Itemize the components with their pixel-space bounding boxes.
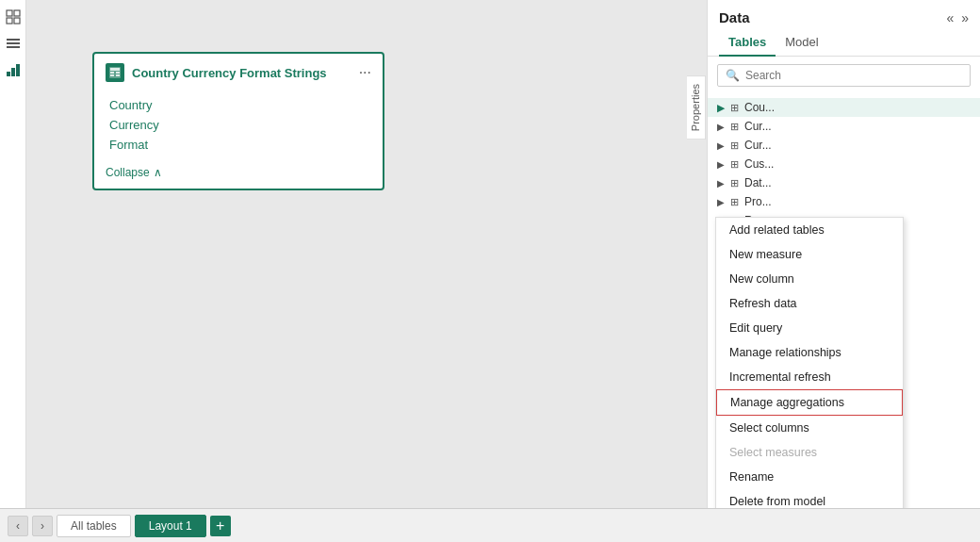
tab-tables[interactable]: Tables bbox=[719, 29, 776, 57]
expand-arrow: ▶ bbox=[717, 103, 725, 113]
collapse-right-icon[interactable]: » bbox=[961, 10, 969, 25]
svg-rect-14 bbox=[110, 74, 114, 76]
svg-rect-1 bbox=[14, 10, 20, 16]
table-list-item-0[interactable]: ▶ ⊞ Cou... bbox=[708, 98, 980, 117]
collapse-chevron-icon: ∧ bbox=[154, 166, 162, 179]
app-container: Country Currency Format Strings ··· Coun… bbox=[0, 0, 980, 542]
table-list: ▶ ⊞ Cou... ▶ ⊞ Cur... ▶ ⊞ Cur... ▶ ⊞ bbox=[708, 94, 980, 508]
menu-item-new-measure[interactable]: New measure bbox=[716, 242, 903, 267]
svg-rect-13 bbox=[116, 72, 120, 74]
search-icon: 🔍 bbox=[726, 69, 740, 82]
panel-header: Data « » bbox=[708, 0, 980, 25]
table-name: Cur... bbox=[744, 120, 772, 133]
menu-item-manage-relationships[interactable]: Manage relationships bbox=[716, 340, 903, 365]
expand-arrow: ▶ bbox=[717, 159, 725, 170]
menu-item-edit-query[interactable]: Edit query bbox=[716, 316, 903, 340]
menu-item-new-column[interactable]: New column bbox=[716, 267, 903, 291]
panel-collapse-buttons: « » bbox=[946, 10, 969, 25]
collapse-left-icon[interactable]: « bbox=[946, 10, 954, 25]
grid-icon: ⊞ bbox=[730, 196, 739, 208]
svg-rect-2 bbox=[7, 18, 12, 24]
expand-arrow: ▶ bbox=[717, 197, 725, 207]
tab-layout-1[interactable]: Layout 1 bbox=[135, 515, 206, 537]
svg-rect-5 bbox=[7, 42, 20, 44]
menu-item-delete-from-model[interactable]: Delete from model bbox=[716, 489, 903, 508]
collapse-button[interactable]: Collapse ∧ bbox=[106, 166, 371, 179]
svg-rect-7 bbox=[7, 72, 10, 76]
expand-arrow: ▶ bbox=[717, 140, 725, 151]
icon-bar bbox=[0, 0, 26, 508]
icon-bar-item-1[interactable] bbox=[4, 8, 23, 26]
table-card-fields: Country Currency Format bbox=[94, 91, 383, 162]
table-name: Cus... bbox=[744, 157, 774, 171]
menu-item-add-related-tables[interactable]: Add related tables bbox=[716, 218, 903, 242]
svg-rect-9 bbox=[16, 64, 20, 76]
context-menu: Add related tables New measure New colum… bbox=[715, 217, 904, 508]
table-list-item-2[interactable]: ▶ ⊞ Cur... bbox=[708, 136, 980, 155]
table-card-title: Country Currency Format Strings bbox=[132, 66, 351, 80]
svg-rect-8 bbox=[11, 68, 15, 76]
table-list-item-1[interactable]: ▶ ⊞ Cur... bbox=[708, 117, 980, 136]
canvas-area: Country Currency Format Strings ··· Coun… bbox=[26, 0, 707, 508]
table-card-icon bbox=[106, 63, 124, 82]
search-box: 🔍 bbox=[717, 64, 971, 87]
table-list-item-4[interactable]: ▶ ⊞ Dat... bbox=[708, 173, 980, 192]
properties-tab[interactable]: Properties bbox=[687, 75, 706, 140]
svg-rect-12 bbox=[110, 72, 114, 74]
expand-arrow: ▶ bbox=[717, 122, 725, 132]
icon-bar-item-3[interactable] bbox=[4, 60, 23, 79]
grid-icon: ⊞ bbox=[730, 102, 739, 114]
grid-icon: ⊞ bbox=[730, 158, 739, 171]
field-format: Format bbox=[109, 135, 368, 155]
menu-item-select-columns[interactable]: Select columns bbox=[716, 416, 903, 440]
table-card-header: Country Currency Format Strings ··· bbox=[94, 54, 383, 91]
table-name: Cou... bbox=[744, 101, 775, 114]
table-card: Country Currency Format Strings ··· Coun… bbox=[92, 52, 384, 190]
nav-next-button[interactable]: › bbox=[32, 516, 53, 536]
grid-icon: ⊞ bbox=[730, 121, 739, 133]
panel-title: Data bbox=[719, 9, 750, 25]
table-list-item-3[interactable]: ▶ ⊞ Cus... bbox=[708, 155, 980, 173]
right-panel: Properties Data « » Tables Model 🔍 ▶ bbox=[707, 0, 980, 508]
table-card-menu-button[interactable]: ··· bbox=[359, 64, 371, 81]
grid-icon: ⊞ bbox=[730, 140, 739, 152]
menu-item-manage-aggregations[interactable]: Manage aggregations bbox=[716, 389, 903, 416]
nav-prev-button[interactable]: ‹ bbox=[8, 516, 28, 536]
field-currency: Currency bbox=[109, 115, 368, 135]
tab-model[interactable]: Model bbox=[776, 29, 827, 57]
table-card-footer: Collapse ∧ bbox=[94, 162, 383, 189]
table-name: Dat... bbox=[744, 176, 772, 189]
table-name: Pro... bbox=[744, 195, 772, 208]
tab-all-tables[interactable]: All tables bbox=[57, 515, 131, 537]
grid-icon: ⊞ bbox=[730, 177, 739, 189]
collapse-label: Collapse bbox=[106, 166, 150, 179]
svg-rect-6 bbox=[7, 46, 20, 48]
panel-tabs: Tables Model bbox=[708, 29, 980, 57]
menu-item-incremental-refresh[interactable]: Incremental refresh bbox=[716, 365, 903, 389]
table-list-item-5[interactable]: ▶ ⊞ Pro... bbox=[708, 192, 980, 211]
svg-rect-11 bbox=[110, 68, 120, 71]
bottom-bar: ‹ › All tables Layout 1 + bbox=[0, 508, 980, 542]
menu-item-rename[interactable]: Rename bbox=[716, 465, 903, 489]
expand-arrow: ▶ bbox=[717, 178, 725, 189]
icon-bar-item-2[interactable] bbox=[4, 34, 23, 53]
svg-rect-3 bbox=[14, 18, 20, 24]
svg-rect-0 bbox=[7, 10, 12, 16]
add-tab-button[interactable]: + bbox=[210, 516, 231, 536]
table-name: Cur... bbox=[744, 139, 772, 152]
svg-rect-15 bbox=[116, 74, 120, 76]
top-area: Country Currency Format Strings ··· Coun… bbox=[0, 0, 980, 508]
menu-item-refresh-data[interactable]: Refresh data bbox=[716, 291, 903, 316]
svg-rect-4 bbox=[7, 39, 20, 41]
field-country: Country bbox=[109, 95, 368, 115]
menu-item-select-measures: Select measures bbox=[716, 440, 903, 465]
search-input[interactable] bbox=[745, 69, 962, 82]
